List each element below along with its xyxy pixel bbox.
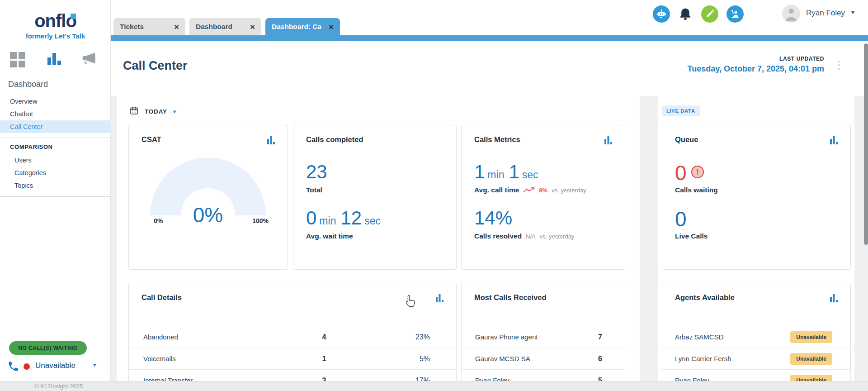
no-calls-waiting-button[interactable]: NO CALL(S) WAITING (9, 341, 87, 355)
sidebar-item-overview[interactable]: Overview (0, 95, 111, 108)
tab-tickets[interactable]: Tickets × (113, 18, 185, 35)
top-bar: Tickets × Dashboard × Dashboard: Call Ce… (111, 0, 868, 35)
sidebar-item-chatbot[interactable]: Chatbot (0, 108, 111, 120)
sidebar-item-call-center[interactable]: Call Center (0, 120, 111, 133)
tab-tickets-close-icon[interactable]: × (174, 23, 179, 31)
calls-waiting-value: 0! (675, 162, 704, 183)
avg-call-time-value: 1min1sec (474, 162, 543, 181)
tab-dashboard-call-center-label: Dashboard: Call Ce (272, 23, 321, 31)
tab-dashboard-call-center[interactable]: Dashboard: Call Ce × (265, 18, 340, 35)
calls-metrics-chart-toggle-icon[interactable] (604, 136, 613, 146)
sidebar-divider (0, 138, 111, 138)
csat-title: CSAT (142, 135, 161, 144)
trend-up-icon (523, 186, 535, 195)
calls-completed-card: Calls completed 23 Total 0min12sec Avg. … (293, 125, 457, 270)
user-menu-caret-icon[interactable]: ▾ (851, 9, 854, 16)
tab-dashboard-label: Dashboard (196, 23, 232, 31)
calls-completed-total: 23 (306, 162, 327, 181)
date-range-caret-icon: ▾ (173, 108, 176, 115)
row-count: 1 (297, 355, 351, 363)
call-sec-unit: sec (522, 169, 538, 181)
vertical-scrollbar[interactable] (864, 43, 868, 245)
date-range-label: TODAY (145, 108, 167, 115)
agents-chart-toggle-icon[interactable] (830, 294, 839, 304)
phone-icon[interactable] (7, 360, 19, 374)
resolved-pct-value: 14% (474, 207, 512, 229)
table-row[interactable]: Gaurav MCSD SA 6 (462, 348, 625, 370)
last-updated-value: Tuesday, October 7, 2025, 04:01 pm (688, 64, 824, 74)
table-row[interactable]: Abandoned 4 23% (129, 326, 456, 348)
table-row[interactable]: Gaurav Phone agent 7 (462, 326, 625, 348)
row-percent: 5% (351, 355, 430, 363)
agents-available-title: Agents Available (675, 293, 735, 302)
tab-tickets-label: Tickets (120, 23, 144, 31)
csat-gauge-value: 0% (193, 205, 223, 225)
call-min-unit: min (487, 169, 504, 181)
csat-chart-toggle-icon[interactable] (267, 136, 276, 146)
csat-gauge-min: 0% (154, 217, 163, 224)
notifications-bell-icon[interactable] (677, 5, 694, 23)
modules-grid-icon[interactable] (10, 52, 25, 67)
footer-bar: © K12Insight 2025 (0, 381, 868, 391)
wait-min-value: 0 (306, 207, 316, 229)
table-row[interactable]: Lynn Carrier Fersh Unavailable (662, 348, 850, 370)
table-row[interactable]: Voicemails 1 5% (129, 348, 456, 370)
sidebar-item-users[interactable]: Users (0, 154, 111, 167)
row-label: Abandoned (143, 333, 297, 341)
total-label-text: Total (306, 186, 322, 194)
status-badge: Unavailable (790, 353, 832, 365)
wait-sec-value: 12 (340, 207, 362, 229)
warning-icon: ! (691, 166, 704, 178)
agents-available-card: Agents Available Arbaz SAMCSD Unavailabl… (662, 283, 851, 391)
availability-caret-icon[interactable]: ▾ (93, 362, 96, 368)
live-calls-label: Live Calls (675, 232, 708, 240)
total-calls-value: 23 (306, 161, 327, 182)
copyright-text: © K12Insight 2025 (34, 383, 83, 390)
queue-title: Queue (675, 135, 698, 144)
live-calls-label-text: Live Calls (675, 232, 708, 240)
call-details-chart-toggle-icon[interactable] (436, 294, 444, 304)
compose-pencil-icon[interactable] (701, 5, 718, 23)
resolved-delta: N/A (526, 233, 536, 240)
status-badge: Unavailable (790, 331, 832, 343)
sidebar-item-categories[interactable]: Categories (0, 167, 111, 179)
queue-chart-toggle-icon[interactable] (830, 136, 839, 146)
live-calls-value: 0 (675, 209, 687, 229)
last-updated-block: LAST UPDATED Tuesday, October 7, 2025, 0… (688, 56, 824, 74)
user-avatar[interactable] (782, 5, 800, 23)
user-name[interactable]: Ryan Foley (806, 9, 845, 18)
tab-dashboard-call-center-close-icon[interactable]: × (329, 23, 334, 31)
call-details-card: Call Details Abandoned 4 23% Voicemails … (128, 283, 457, 391)
sidebar-divider-2 (0, 196, 111, 197)
sidebar-item-topics[interactable]: Topics (0, 179, 111, 192)
chatbot-icon[interactable] (653, 5, 670, 23)
logo-wordmark: onflo (34, 11, 76, 31)
wait-sec-unit: sec (364, 215, 381, 227)
csat-gauge: 0% 0% 100% (150, 157, 266, 229)
row-label: Voicemails (143, 355, 297, 362)
most-calls-received-title: Most Calls Received (474, 293, 547, 302)
avg-call-time-label: Avg. call time 8% vs. yesterday (474, 186, 586, 194)
call-time-delta: 8% (539, 187, 547, 194)
tab-dashboard-close-icon[interactable]: × (250, 23, 255, 31)
phone-status-row: Unavailable ▾ (7, 360, 107, 373)
tab-dashboard[interactable]: Dashboard × (189, 18, 261, 35)
call-sec-value: 1 (509, 161, 519, 182)
availability-dot (24, 363, 30, 370)
agent-hand-raise-icon[interactable] (726, 5, 744, 23)
main-area: Tickets × Dashboard × Dashboard: Call Ce… (111, 0, 868, 391)
calendar-icon (129, 106, 139, 117)
date-range-selector[interactable]: TODAY ▾ (129, 106, 176, 117)
analytics-bar-chart-icon[interactable] (47, 53, 63, 67)
accent-strip (111, 35, 868, 41)
page-header: Call Center LAST UPDATED Tuesday, Octobe… (111, 41, 868, 96)
calls-metrics-card: Calls Metrics 1min1sec Avg. call time 8%… (461, 125, 625, 270)
sidebar: onflo formerly Let's Talk Dashboard Over… (0, 0, 111, 391)
calls-completed-title: Calls completed (306, 135, 363, 144)
dashboard-content: TODAY ▾ CSAT 0% 0% 100% (111, 96, 868, 391)
last-updated-label: LAST UPDATED (688, 56, 824, 62)
table-row[interactable]: Arbaz SAMCSD Unavailable (662, 326, 850, 348)
header-kebab-menu-icon[interactable] (836, 61, 842, 72)
megaphone-icon[interactable] (80, 52, 97, 68)
main-panel: TODAY ▾ CSAT 0% 0% 100% (117, 96, 640, 391)
